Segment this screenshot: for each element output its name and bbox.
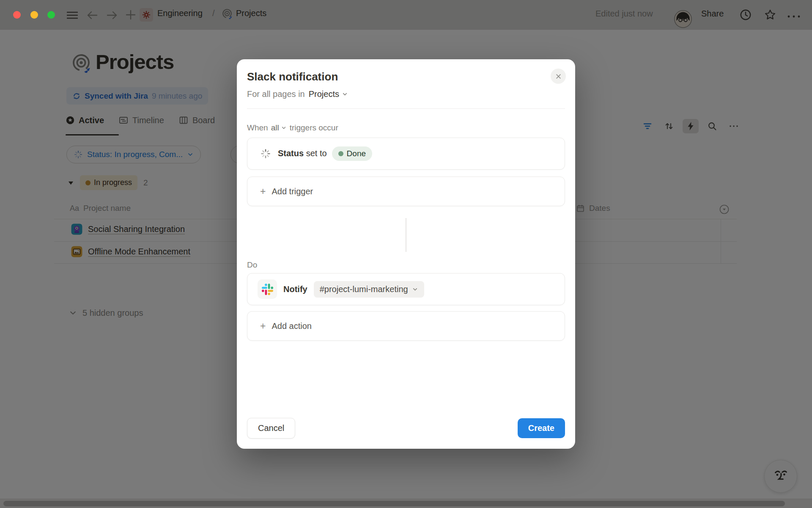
plus-icon: + bbox=[260, 321, 266, 331]
flow-connector bbox=[406, 218, 407, 252]
chevron-down-icon bbox=[281, 125, 287, 131]
trigger-card[interactable]: Status set toDone bbox=[247, 138, 565, 170]
chevron-down-icon bbox=[412, 286, 418, 293]
window-minimize-button[interactable] bbox=[30, 11, 38, 19]
scope-dropdown[interactable]: Projects bbox=[309, 89, 348, 99]
when-operator: all bbox=[271, 123, 279, 133]
add-trigger-label: Add trigger bbox=[272, 187, 313, 196]
window-zoom-button[interactable] bbox=[47, 11, 55, 19]
channel-name: #project-lumi-marketing bbox=[320, 284, 408, 294]
trigger-verb: set to bbox=[306, 149, 327, 158]
close-button[interactable] bbox=[551, 69, 566, 84]
notify-verb: Notify bbox=[283, 284, 307, 294]
scope-prefix: For all pages in bbox=[247, 89, 305, 99]
done-dot bbox=[338, 151, 343, 156]
modal-title: Slack notification bbox=[247, 69, 565, 84]
status-spinner-icon bbox=[260, 148, 271, 159]
plus-icon: + bbox=[260, 187, 266, 196]
trigger-property: Status bbox=[278, 149, 304, 158]
done-label: Done bbox=[347, 149, 366, 158]
modal-footer: Cancel Create bbox=[247, 418, 565, 439]
channel-dropdown[interactable]: #project-lumi-marketing bbox=[314, 281, 424, 298]
add-trigger-button[interactable]: + Add trigger bbox=[247, 177, 565, 206]
modal-divider bbox=[247, 108, 565, 109]
when-row: When all triggers occur bbox=[247, 123, 565, 133]
chevron-down-icon bbox=[342, 91, 348, 97]
window-close-button[interactable] bbox=[13, 11, 21, 19]
when-suffix: triggers occur bbox=[290, 123, 338, 133]
close-icon bbox=[555, 73, 562, 80]
scope-row: For all pages in Projects bbox=[247, 88, 565, 100]
create-button[interactable]: Create bbox=[518, 418, 565, 438]
add-action-label: Add action bbox=[272, 321, 312, 331]
scope-value: Projects bbox=[309, 89, 339, 99]
cancel-button[interactable]: Cancel bbox=[247, 418, 295, 439]
slack-notification-modal: Slack notification For all pages in Proj… bbox=[237, 59, 575, 449]
when-prefix: When bbox=[247, 123, 268, 133]
done-status-chip[interactable]: Done bbox=[332, 146, 372, 161]
when-operator-dropdown[interactable]: all bbox=[271, 123, 287, 133]
trigger-sentence: Status set toDone bbox=[278, 146, 372, 161]
slack-icon bbox=[258, 279, 277, 299]
notify-action-card[interactable]: Notify #project-lumi-marketing bbox=[247, 273, 565, 305]
app-window: Engineering / Projects Edited just now S… bbox=[0, 0, 812, 508]
add-action-button[interactable]: + Add action bbox=[247, 311, 565, 341]
do-label: Do bbox=[247, 260, 565, 270]
